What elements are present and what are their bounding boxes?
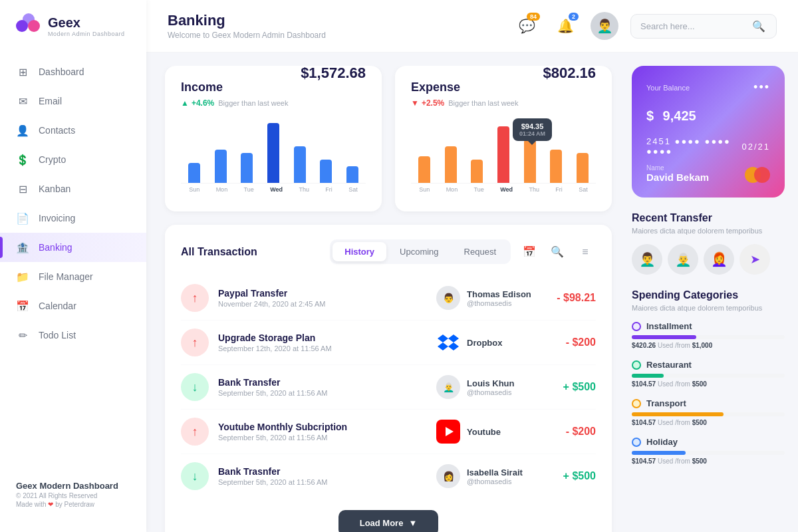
transaction-info: Paypal Transfer November 24th, 2020 at 2… (218, 288, 436, 308)
expense-chart: $94.35 01:24 AM SunMonTueWedThuFriSat (411, 117, 596, 197)
transfer-avatar-1[interactable]: 👨‍🦱 (632, 244, 662, 275)
user-info: Thomas Edison @thomasedis (467, 289, 531, 307)
chart-label: Thu (299, 186, 309, 193)
chart-label: Sun (189, 186, 200, 193)
holiday-dot (632, 438, 641, 447)
trans-amount: + $500 (543, 381, 596, 393)
send-transfer-button[interactable]: ➤ (739, 244, 770, 275)
chart-bar (188, 163, 200, 183)
user-avatar[interactable]: 👨‍🦱 (591, 12, 618, 40)
card-options-button[interactable]: ••• (753, 80, 770, 94)
category-installment: Installment $420.26 Used /from $1,000 (632, 321, 785, 349)
chart-label: Mon (446, 186, 458, 193)
sidebar-item-contacts[interactable]: 👤 Contacts (0, 116, 146, 145)
bank-card: Your Balance ••• $ 9,425 2451 ●●●● ●●●● … (632, 66, 785, 198)
tab-icons: 📅 🔍 ≡ (519, 241, 596, 263)
calendar-icon: 📅 (16, 299, 29, 313)
down-arrow-icon: ▼ (411, 98, 419, 108)
sidebar-item-email[interactable]: ✉ Email (0, 86, 146, 116)
mastercard-circle-right (754, 167, 770, 183)
chart-label: Wed (270, 186, 283, 193)
youtube-icon (436, 420, 460, 444)
tab-request[interactable]: Request (452, 242, 508, 261)
transactions-title: All Transaction (181, 246, 257, 258)
sidebar: Geex Modern Admin Dashboard ⊞ Dashboard … (0, 0, 146, 532)
tab-history[interactable]: History (332, 242, 386, 261)
chart-bar (346, 166, 358, 183)
trans-amount: - $98.21 (543, 292, 596, 304)
up-arrow-icon: ▲ (181, 98, 189, 108)
trans-name: Bank Transfer (218, 377, 436, 388)
load-more-button[interactable]: Load More ▼ (338, 510, 439, 532)
sidebar-item-invoicing[interactable]: 📄 Invoicing (0, 203, 146, 233)
user-handle: @thomasedis (467, 299, 531, 307)
chart-label: Mon (216, 186, 228, 193)
search-filter-icon[interactable]: 🔍 (547, 241, 568, 263)
chat-notification-button[interactable]: 💬 84 (513, 13, 540, 39)
currency-symbol: $ (646, 108, 654, 123)
sidebar-item-label: Kanban (39, 184, 70, 194)
income-chart: SunMonTueWedThuFriSat (181, 117, 366, 197)
expense-amount: $802.16 (543, 66, 596, 82)
tab-upcoming[interactable]: Upcoming (388, 242, 451, 261)
logo-name: Geex (48, 15, 125, 31)
category-used: $104.57 Used /from $500 (632, 380, 785, 388)
sidebar-item-todo[interactable]: ✏ Todo List (0, 321, 146, 350)
avatar: 👨‍🦳 (436, 375, 460, 399)
filter-icon[interactable]: ≡ (575, 241, 596, 263)
chart-label: Sat (348, 186, 358, 193)
chart-label: Tue (244, 186, 254, 193)
sidebar-item-crypto[interactable]: 💲 Crypto (0, 145, 146, 174)
category-header: Holiday (632, 437, 785, 447)
chart-bar (294, 146, 306, 183)
calendar-filter-icon[interactable]: 📅 (519, 241, 540, 263)
user-name: Thomas Edison (467, 289, 531, 299)
trans-date: September 5th, 2020 at 11:56 AM (218, 434, 436, 442)
category-name: Installment (646, 321, 692, 331)
chart-label: Tue (474, 186, 484, 193)
chart-label: Sun (419, 186, 430, 193)
income-label: Income (181, 80, 223, 94)
expense-label: Expense (411, 80, 460, 94)
chart-bar (418, 156, 430, 183)
sidebar-item-kanban[interactable]: ⊟ Kanban (0, 174, 146, 203)
user-handle: @thomasedis (467, 477, 523, 485)
name-label: Name (646, 164, 709, 172)
notification-button[interactable]: 🔔 2 (552, 13, 579, 39)
contacts-icon: 👤 (16, 124, 29, 137)
category-name: Holiday (646, 437, 678, 447)
recent-transfer-subtitle: Maiores dicta atque dolorem temporibus (632, 227, 785, 235)
chart-bar (445, 146, 457, 183)
progress-bar-bg (632, 451, 785, 455)
income-amount: $1,572.68 (301, 66, 366, 82)
service-name: Dropbox (467, 338, 502, 348)
progress-bar-bg (632, 412, 785, 416)
sidebar-item-banking[interactable]: 🏦 Banking (0, 233, 146, 262)
chart-bar (577, 153, 589, 183)
send-icon: ➤ (750, 252, 760, 267)
trans-date: September 12th, 2020 at 11:56 AM (218, 344, 436, 352)
spending-categories-subtitle: Maiores dicta atque dolorem temporibus (632, 304, 785, 312)
category-used: $420.26 Used /from $1,000 (632, 342, 785, 349)
sidebar-item-calendar[interactable]: 📅 Calendar (0, 291, 146, 321)
balance-amount: $ 9,425 (646, 100, 770, 126)
search-icon[interactable]: 🔍 (752, 20, 765, 33)
category-used: $104.57 Used /from $500 (632, 419, 785, 426)
sidebar-item-dashboard[interactable]: ⊞ Dashboard (0, 57, 146, 86)
transfer-avatar-3[interactable]: 👩‍🦰 (704, 244, 734, 275)
search-input[interactable] (640, 21, 747, 31)
transfer-avatar-2[interactable]: 👨‍🦳 (668, 244, 698, 275)
transfer-avatars: 👨‍🦱 👨‍🦳 👩‍🦰 ➤ (632, 244, 785, 275)
user-info: Youtube (467, 427, 501, 437)
youtube-sub-icon: ↑ (181, 418, 209, 446)
income-change: ▲ +4.6% (181, 98, 214, 108)
chart-bar (550, 150, 562, 183)
transaction-info: Bank Transfer September 5th, 2020 at 11:… (218, 377, 436, 397)
sidebar-item-file-manager[interactable]: 📁 File Manager (0, 262, 146, 291)
transaction-user: Youtube (436, 420, 543, 444)
trans-name: Youtube Monthly Subcription (218, 422, 436, 432)
logo-icon (16, 13, 41, 39)
chevron-down-icon: ▼ (408, 518, 417, 528)
user-info: Louis Khun @thomasedis (467, 378, 515, 396)
progress-bar-fill (632, 335, 696, 339)
